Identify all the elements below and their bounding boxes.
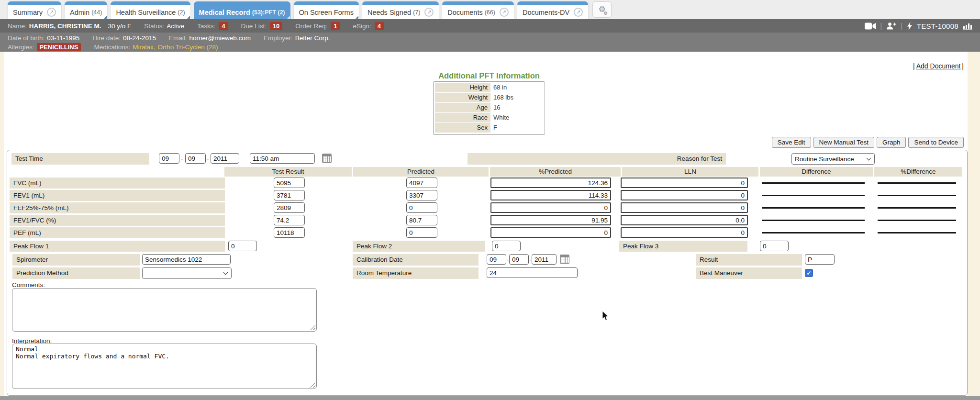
- tasks-badge[interactable]: 4: [219, 22, 228, 30]
- tab-summary[interactable]: Summary ↗: [8, 1, 61, 19]
- interpretation-textarea[interactable]: Normal Normal expiratory flows and a nor…: [12, 344, 317, 389]
- fev1-fvc-lln-input[interactable]: [621, 215, 748, 225]
- video-call-icon[interactable]: [865, 22, 876, 30]
- fef-test-result-input[interactable]: [274, 202, 305, 213]
- column-header-lln: LLN: [622, 167, 758, 177]
- pef-lln-input[interactable]: [621, 227, 748, 238]
- tab-documents-dv[interactable]: Documents-DV ↗: [517, 1, 588, 19]
- esign-badge[interactable]: 4: [375, 22, 384, 30]
- calibration-year-input[interactable]: [532, 254, 557, 265]
- test-time-clock-input[interactable]: [250, 153, 315, 164]
- calibration-month-input[interactable]: [487, 254, 506, 265]
- comments-label: Comments:: [12, 281, 45, 289]
- test-time-day-input[interactable]: [185, 153, 206, 164]
- reason-for-test-select[interactable]: Routine Surveillance: [791, 153, 875, 165]
- spirometer-input[interactable]: [142, 254, 231, 265]
- patient-header-bar: Name: HARRIS, CHRISTINE M. 30 y/o F Stat…: [0, 19, 980, 33]
- action-button-row: Save Edit New Manual Test Graph Send to …: [7, 137, 964, 148]
- age-value: 16: [490, 103, 500, 112]
- column-header-pct-predicted: %Predicted: [490, 167, 621, 177]
- pef-pct-predicted-input[interactable]: [490, 227, 611, 238]
- tab-on-screen-forms[interactable]: On Screen Forms: [294, 1, 359, 19]
- room-temperature-input[interactable]: [487, 267, 578, 278]
- best-maneuver-label: Best Maneuver: [696, 267, 802, 279]
- order-req-badge[interactable]: 1: [331, 22, 340, 30]
- open-new-window-icon[interactable]: ↗: [424, 8, 434, 17]
- mouse-cursor: [602, 311, 610, 322]
- peak-flow-2-input[interactable]: [492, 241, 521, 251]
- patient-name: HARRIS, CHRISTINE M.: [29, 22, 101, 30]
- tab-settings-button[interactable]: ⚙ ⚙: [592, 1, 612, 18]
- allergy-badge[interactable]: PENICILLINS: [37, 43, 81, 51]
- prediction-method-select[interactable]: [142, 267, 232, 279]
- send-to-device-button[interactable]: Send to Device: [908, 137, 964, 148]
- add-document-bar: |Add Document|: [913, 62, 964, 70]
- submenu-corner-icon: [104, 16, 107, 19]
- fev1-predicted-input[interactable]: [406, 190, 437, 200]
- test-time-label: Test Time: [11, 153, 149, 165]
- peak-flow-1-input[interactable]: [228, 241, 257, 251]
- fvc-pct-predicted-input[interactable]: [490, 178, 611, 188]
- graph-button[interactable]: Graph: [877, 137, 906, 148]
- fef-lln-input[interactable]: [621, 202, 748, 213]
- new-manual-test-button[interactable]: New Manual Test: [813, 137, 874, 148]
- calibration-date-label: Calibration Date: [353, 254, 479, 266]
- pef-predicted-input[interactable]: [406, 227, 437, 238]
- fev1-fvc-predicted-input[interactable]: [406, 215, 437, 225]
- best-maneuver-checkbox[interactable]: ✓: [805, 269, 813, 277]
- pft-info-title: Additional PFT Information: [433, 71, 545, 80]
- chart-tab-bar: Summary ↗ Admin (44) Health Surveillance…: [0, 0, 980, 19]
- fef-predicted-input[interactable]: [406, 202, 437, 213]
- test-time-year-input[interactable]: [211, 153, 239, 164]
- test-time-month-input[interactable]: [159, 153, 179, 164]
- fev1-lln-input[interactable]: [621, 190, 748, 200]
- fev1-pct-predicted-input[interactable]: [490, 190, 611, 200]
- add-person-icon[interactable]: [886, 22, 896, 30]
- fef-pct-predicted-input[interactable]: [490, 202, 611, 213]
- fvc-lln-input[interactable]: [621, 178, 748, 188]
- comments-textarea[interactable]: [12, 288, 317, 332]
- calendar-icon[interactable]: [560, 255, 569, 264]
- tab-documents[interactable]: Documents (66) ↗: [442, 1, 514, 19]
- pft-info-row: Race White: [435, 113, 543, 122]
- fef-row-label: FEF25%-75% (mL): [10, 202, 225, 213]
- weight-value: 168 lbs: [490, 93, 513, 102]
- prediction-method-label: Prediction Method: [12, 267, 140, 279]
- employer-value: Better Corp.: [295, 34, 330, 42]
- fvc-predicted-input[interactable]: [406, 178, 437, 188]
- fvc-test-result-input[interactable]: [274, 178, 305, 188]
- submenu-corner-icon: [287, 16, 290, 19]
- fvc-row-label: FVC (mL): [10, 178, 225, 189]
- chart-id: TEST-10008: [917, 22, 958, 30]
- due-list-badge[interactable]: 10: [270, 22, 282, 30]
- fef-pct-difference-line: [878, 207, 956, 209]
- reason-for-test-label: Reason for Test: [468, 153, 726, 165]
- tab-health-surveillance[interactable]: Health Surveillance (2): [111, 1, 190, 19]
- tab-needs-signed[interactable]: Needs Signed (7) ↗: [362, 1, 439, 19]
- medication-link[interactable]: Miralax,: [133, 44, 155, 51]
- peak-flow-3-input[interactable]: [760, 241, 789, 251]
- open-new-window-icon[interactable]: ↗: [47, 8, 56, 17]
- open-new-window-icon[interactable]: ↗: [574, 8, 583, 17]
- pef-difference-line: [762, 232, 865, 233]
- pef-row-label: PEF (mL): [10, 227, 225, 238]
- pef-test-result-input[interactable]: [274, 227, 305, 238]
- result-input[interactable]: [805, 254, 835, 265]
- tab-admin[interactable]: Admin (44): [65, 1, 107, 19]
- lightning-icon[interactable]: [907, 22, 913, 30]
- spirometer-label: Spirometer: [12, 254, 140, 266]
- height-value: 68 in: [490, 83, 507, 92]
- fev1-fvc-test-result-input[interactable]: [274, 215, 305, 225]
- tab-medical-record[interactable]: Medical Record (53):PFT (2): [194, 1, 290, 19]
- fev1-fvc-pct-predicted-input[interactable]: [490, 215, 611, 225]
- medication-link[interactable]: Ortho Tri-Cyclen (28): [158, 44, 218, 51]
- calibration-day-input[interactable]: [509, 254, 529, 265]
- bar-chart-icon[interactable]: [963, 22, 972, 30]
- add-document-link[interactable]: Add Document: [916, 62, 961, 70]
- column-header-test-result: Test Result: [224, 167, 352, 177]
- submenu-corner-icon: [187, 16, 190, 19]
- save-edit-button[interactable]: Save Edit: [772, 137, 811, 148]
- open-new-window-icon[interactable]: ↗: [500, 8, 509, 17]
- calendar-icon[interactable]: [322, 154, 332, 163]
- fev1-test-result-input[interactable]: [274, 190, 305, 200]
